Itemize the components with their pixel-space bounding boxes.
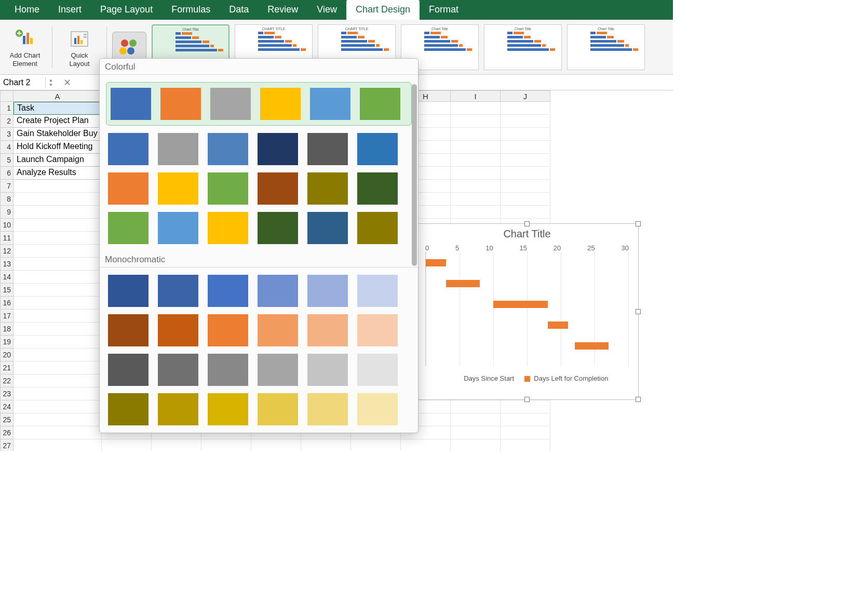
cell[interactable] [14,219,102,232]
cell[interactable] [301,439,351,451]
ribbon-tab-insert[interactable]: Insert [49,0,91,20]
cell[interactable] [14,374,102,387]
cell[interactable] [501,167,550,180]
chart-bar-segment[interactable] [548,322,568,329]
cell[interactable] [451,193,501,206]
cell[interactable] [14,193,102,206]
cell[interactable] [451,400,501,413]
cell[interactable] [501,102,550,115]
cell[interactable]: Gain Stakeholder Buy [14,128,102,141]
cell[interactable] [451,167,501,180]
column-header[interactable]: J [501,90,550,102]
row-header[interactable]: 21 [0,361,14,374]
name-box-stepper[interactable]: ▲▼ [46,78,56,87]
row-header[interactable]: 9 [0,206,14,219]
cell[interactable] [14,245,102,258]
row-header[interactable]: 3 [0,128,14,141]
row-header[interactable]: 16 [0,297,14,310]
row-header[interactable]: 2 [0,115,14,128]
row-header[interactable]: 23 [0,387,14,400]
row-header[interactable]: 13 [0,258,14,271]
cell[interactable] [14,349,102,361]
resize-handle[interactable] [636,309,641,314]
chart-bar-segment[interactable] [493,301,547,308]
cell[interactable] [14,400,102,413]
row-header[interactable]: 24 [0,400,14,413]
cell[interactable] [451,413,501,426]
column-header[interactable]: A [14,90,102,102]
cell[interactable] [14,413,102,426]
cell[interactable] [451,115,501,128]
chart-style-thumb[interactable]: Chart Title [567,24,645,70]
cell[interactable] [451,102,501,115]
cell[interactable] [14,336,102,349]
cell[interactable] [451,206,501,219]
cell[interactable] [501,413,550,426]
row-header[interactable]: 14 [0,271,14,284]
row-header[interactable]: 15 [0,284,14,297]
row-header[interactable]: 19 [0,336,14,349]
cell[interactable]: Launch Campaign [14,154,102,167]
chart-plot-area[interactable] [425,252,629,366]
chart-bar-segment[interactable] [426,259,446,266]
select-all-corner[interactable] [0,90,14,102]
row-header[interactable]: 22 [0,374,14,387]
cell[interactable] [451,426,501,439]
color-scheme-option[interactable] [108,314,410,346]
cell[interactable] [14,439,102,451]
chart-title[interactable]: Chart Title [416,224,638,242]
add-chart-element-button[interactable]: Add Chart Element [3,26,47,68]
cell[interactable]: Analyze Results [14,167,102,180]
ribbon-tab-home[interactable]: Home [5,0,49,20]
row-header[interactable]: 20 [0,349,14,361]
cell[interactable] [501,439,550,451]
row-header[interactable]: 6 [0,167,14,180]
color-scheme-option[interactable] [106,82,412,126]
resize-handle[interactable] [636,397,641,402]
color-scheme-option[interactable] [108,212,410,244]
dropdown-scrollbar-thumb[interactable] [412,84,417,266]
cell[interactable] [501,400,550,413]
row-header[interactable]: 4 [0,141,14,154]
cell[interactable] [451,439,501,451]
cell[interactable] [14,426,102,439]
chart-bar-segment[interactable] [575,342,609,350]
name-box[interactable]: Chart 2 [0,77,46,88]
color-scheme-option[interactable] [108,172,410,205]
cell[interactable] [501,115,550,128]
row-header[interactable]: 18 [0,323,14,336]
resize-handle[interactable] [636,221,641,226]
cell[interactable] [351,439,401,451]
cell[interactable] [501,193,550,206]
color-scheme-option[interactable] [108,133,410,165]
cell[interactable] [14,310,102,323]
cell[interactable] [152,439,201,451]
cell[interactable] [451,141,501,154]
row-header[interactable]: 7 [0,180,14,193]
row-header[interactable]: 10 [0,219,14,232]
cell[interactable] [251,439,301,451]
cell[interactable] [14,297,102,310]
cell[interactable]: Hold Kickoff Meeting [14,141,102,154]
cell[interactable]: Task [14,102,102,115]
cell[interactable] [14,180,102,193]
row-header[interactable]: 12 [0,245,14,258]
cell[interactable] [14,361,102,374]
cell[interactable] [14,258,102,271]
chart-style-thumb[interactable]: Chart Title [484,24,562,70]
row-header[interactable]: 11 [0,232,14,245]
color-scheme-option[interactable] [108,354,410,386]
cell[interactable] [451,154,501,167]
color-scheme-option[interactable] [108,275,410,307]
cell[interactable] [14,271,102,284]
cell[interactable] [451,128,501,141]
row-header[interactable]: 26 [0,426,14,439]
resize-handle[interactable] [524,397,530,402]
cell[interactable] [501,141,550,154]
cell[interactable] [102,439,152,451]
resize-handle[interactable] [524,221,530,226]
cell[interactable] [451,180,501,193]
cell[interactable] [401,439,451,451]
row-header[interactable]: 5 [0,154,14,167]
ribbon-tab-view[interactable]: View [307,0,346,20]
